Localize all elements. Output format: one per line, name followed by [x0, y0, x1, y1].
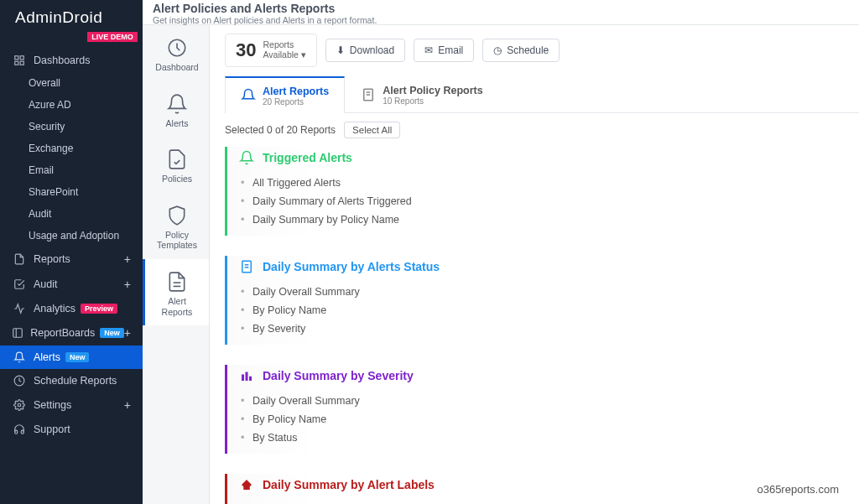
card-title: Daily Summary by Alert Labels: [263, 478, 435, 491]
report-link[interactable]: Daily Summary by Policy Name: [239, 210, 515, 229]
schedule-button[interactable]: ◷Schedule: [482, 39, 560, 62]
card-icon: [239, 477, 254, 492]
bell-icon: [12, 351, 27, 363]
bell-icon: [241, 88, 256, 103]
shield-check-icon: [148, 148, 206, 170]
gear-icon: [12, 399, 27, 411]
rail-label: Alerts: [148, 118, 206, 129]
nav-analytics-label: Analytics: [34, 303, 75, 314]
page-header: Alert Policies and Alerts Reports Get in…: [143, 0, 859, 25]
report-card: Daily Summary by Alert LabelsBy Label Na…: [225, 474, 527, 504]
brand-name-2: Droid: [62, 8, 102, 26]
rail-policy-templates[interactable]: Policy Templates: [143, 193, 209, 259]
reports-count-box[interactable]: 30 ReportsAvailable ▾: [225, 34, 317, 67]
rail-policies[interactable]: Policies: [143, 137, 209, 193]
report-link[interactable]: By Policy Name: [239, 410, 515, 429]
tab-count: 20 Reports: [263, 97, 329, 107]
new-badge: New: [65, 352, 90, 362]
card-icon: [239, 259, 254, 274]
svg-rect-3: [20, 61, 23, 65]
reports-count: 30: [236, 39, 256, 61]
dashboard-icon: [148, 37, 206, 59]
shield-icon: [148, 205, 206, 226]
sidebar-nav: AdminDroid LIVE DEMO Dashboards OverallA…: [0, 0, 143, 504]
report-link[interactable]: By Policy Name: [239, 301, 515, 320]
nav-sub-item[interactable]: SharePoint: [0, 181, 143, 203]
card-title: Daily Summary by Severity: [263, 369, 414, 382]
brand-logo: AdminDroid: [0, 0, 143, 32]
nav-sub-item[interactable]: Email: [0, 159, 143, 181]
rail-alerts[interactable]: Alerts: [143, 81, 209, 138]
nav-support[interactable]: Support: [0, 418, 143, 441]
nav-audit-label: Audit: [34, 278, 58, 290]
rail-alert-reports[interactable]: Alert Reports: [143, 259, 209, 325]
nav-sub-item[interactable]: Usage and Adoption: [0, 225, 143, 247]
nav-sub-item[interactable]: Azure AD: [0, 94, 143, 116]
email-label: Email: [438, 44, 463, 56]
nav-settings-label: Settings: [34, 399, 71, 411]
report-link[interactable]: By Label Name: [239, 501, 515, 504]
nav-dashboards-label: Dashboards: [34, 55, 90, 66]
selection-text: Selected 0 of 20 Reports: [225, 124, 336, 136]
nav-audit[interactable]: Audit+: [0, 272, 143, 297]
expand-icon: +: [124, 326, 131, 340]
nav-sub-item[interactable]: Security: [0, 116, 143, 138]
page-subtitle: Get insights on Alert policies and Alert…: [153, 15, 849, 25]
card-icon: [239, 150, 254, 165]
tab-alert-reports[interactable]: Alert Reports20 Reports: [225, 76, 345, 113]
select-all-button[interactable]: Select All: [344, 122, 400, 138]
tab-alert-policy-reports[interactable]: Alert Policy Reports10 Reports: [345, 75, 498, 112]
nav-settings[interactable]: Settings+: [0, 392, 143, 418]
svg-rect-17: [242, 375, 244, 382]
nav-alerts[interactable]: Alerts New: [0, 346, 143, 369]
nav-support-label: Support: [34, 423, 70, 435]
email-button[interactable]: ✉Email: [414, 39, 474, 62]
nav-schedule-reports[interactable]: Schedule Reports: [0, 369, 143, 392]
rail-dashboard[interactable]: Dashboard: [143, 25, 209, 81]
expand-icon: +: [124, 252, 131, 266]
bell-icon: [148, 93, 206, 115]
card-title: Daily Summary by Alerts Status: [263, 260, 440, 273]
svg-rect-2: [15, 61, 18, 65]
selection-row: Selected 0 of 20 Reports Select All: [225, 113, 859, 147]
rail-label: Policy Templates: [148, 230, 206, 251]
report-card: Daily Summary by SeverityDaily Overall S…: [225, 365, 527, 454]
headphones-icon: [12, 423, 27, 435]
rail-label: Dashboard: [148, 62, 206, 73]
svg-rect-1: [20, 56, 23, 60]
live-demo-badge: LIVE DEMO: [87, 32, 138, 42]
preview-badge: Preview: [81, 304, 117, 314]
nav-reportboards[interactable]: ReportBoards New +: [0, 320, 143, 346]
report-link[interactable]: Daily Overall Summary: [239, 283, 515, 301]
nav-sub-item[interactable]: Audit: [0, 203, 143, 225]
nav-sub-item[interactable]: Exchange: [0, 138, 143, 159]
clock-icon: ◷: [493, 44, 502, 56]
nav-dashboards[interactable]: Dashboards: [0, 49, 143, 72]
nav-sub-item[interactable]: Overall: [0, 72, 143, 94]
nav-reports-label: Reports: [34, 253, 70, 265]
download-button[interactable]: ⬇Download: [325, 39, 405, 62]
expand-icon: +: [124, 278, 131, 291]
svg-rect-4: [13, 329, 23, 338]
reportboards-icon: [12, 327, 23, 339]
reports-icon: [12, 253, 27, 265]
report-link[interactable]: Daily Summary of Alerts Triggered: [239, 192, 515, 210]
report-link[interactable]: By Status: [239, 429, 515, 447]
nav-schedule-label: Schedule Reports: [34, 375, 117, 387]
brand-name-1: Admin: [15, 8, 62, 26]
nav-analytics[interactable]: Analytics Preview: [0, 297, 143, 320]
download-label: Download: [350, 44, 394, 56]
report-link[interactable]: Daily Overall Summary: [239, 392, 515, 410]
schedule-label: Schedule: [507, 44, 549, 56]
nav-alerts-label: Alerts: [34, 351, 60, 363]
tab-count: 10 Reports: [383, 96, 482, 106]
nav-reports[interactable]: Reports+: [0, 247, 143, 272]
rail-label: Alert Reports: [148, 296, 206, 317]
clock-icon: [12, 375, 27, 387]
email-icon: ✉: [424, 44, 433, 56]
tab-label: Alert Reports: [263, 86, 329, 97]
report-card: Daily Summary by Alerts StatusDaily Over…: [225, 256, 527, 345]
report-link[interactable]: All Triggered Alerts: [239, 174, 515, 192]
toolbar: 30 ReportsAvailable ▾ ⬇Download ✉Email ◷…: [225, 34, 859, 75]
report-link[interactable]: By Severity: [239, 320, 515, 338]
